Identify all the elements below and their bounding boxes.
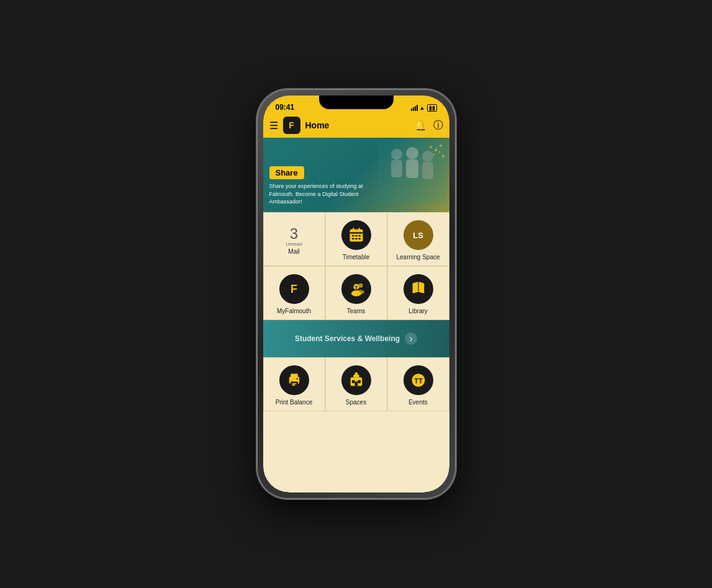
mail-unread-label: Unread (286, 241, 302, 247)
phone-device: 09:41 ▲ ▮▮ ☰ F Home (257, 89, 456, 499)
share-badge: Share (269, 166, 304, 179)
svg-rect-37 (352, 380, 355, 383)
grid-item-mail[interactable]: 3 Unread Mail (263, 212, 325, 266)
phone-notch (319, 96, 394, 109)
grid-row-2: F MyFalmouth T Teams (263, 266, 449, 320)
grid-item-myfalmouth[interactable]: F MyFalmouth (263, 266, 325, 320)
svg-text:T: T (354, 285, 358, 291)
svg-point-9 (439, 145, 442, 147)
svg-point-10 (433, 154, 435, 156)
svg-point-11 (438, 151, 440, 153)
info-icon[interactable]: ⓘ (433, 119, 443, 132)
myfalmouth-icon-wrap: F (279, 274, 309, 304)
learning-space-icon-wrap: LS (403, 220, 433, 250)
teams-icon-wrap: T (341, 274, 371, 304)
events-label: Events (408, 399, 428, 406)
svg-rect-20 (352, 238, 354, 239)
svg-rect-15 (353, 228, 354, 231)
menu-icon[interactable]: ☰ (269, 120, 278, 131)
svg-point-5 (391, 149, 402, 160)
events-icon: TT (410, 372, 427, 389)
mail-unread-count: 3 (290, 226, 298, 241)
library-label: Library (408, 308, 428, 314)
promo-banner[interactable]: Share Share your experiences of studying… (263, 138, 449, 212)
services-bg (263, 320, 449, 357)
app-title: Home (305, 120, 410, 130)
phone-screen: 09:41 ▲ ▮▮ ☰ F Home (263, 96, 449, 492)
svg-point-12 (442, 155, 444, 158)
wifi-icon: ▲ (420, 105, 425, 111)
myfalmouth-icon: F (291, 283, 297, 296)
library-icon-wrap (403, 274, 433, 304)
svg-rect-17 (352, 235, 354, 236)
grid-item-timetable[interactable]: Timetable (325, 212, 387, 266)
svg-rect-2 (406, 159, 418, 178)
svg-point-7 (430, 146, 432, 148)
svg-rect-14 (349, 232, 363, 233)
timetable-icon-wrap (341, 220, 371, 250)
svg-point-25 (358, 283, 363, 288)
signal-icon (411, 105, 418, 111)
print-balance-label: Print Balance (276, 399, 312, 406)
svg-point-33 (296, 378, 297, 380)
status-time: 09:41 (276, 103, 295, 112)
grid-item-spaces[interactable]: Spaces (325, 357, 387, 411)
svg-text:TT: TT (413, 376, 422, 385)
svg-rect-29 (291, 374, 298, 378)
status-icons: ▲ ▮▮ (411, 104, 437, 112)
events-icon-wrap: TT (403, 365, 433, 395)
grid-item-events[interactable]: TT Events (387, 357, 449, 411)
services-banner[interactable]: Student Services & Wellbeing › (263, 320, 449, 357)
svg-rect-6 (391, 160, 402, 177)
banner-description: Share your experiences of studying at Fa… (269, 182, 369, 206)
mail-label: Mail (288, 248, 299, 255)
spaces-icon (348, 372, 365, 389)
timetable-icon (348, 226, 365, 244)
app-logo[interactable]: F (283, 117, 300, 134)
print-balance-icon-wrap (279, 365, 309, 395)
svg-rect-32 (292, 385, 295, 386)
learning-space-label: Learning Space (396, 254, 439, 261)
svg-rect-4 (422, 162, 433, 179)
grid-item-print-balance[interactable]: Print Balance (263, 357, 325, 411)
print-icon (286, 372, 303, 389)
svg-point-3 (422, 151, 433, 162)
svg-rect-31 (292, 383, 296, 385)
svg-point-1 (406, 147, 418, 159)
banner-content: Share Share your experiences of studying… (269, 166, 369, 206)
ls-icon: LS (413, 231, 423, 240)
svg-rect-19 (358, 235, 361, 236)
svg-rect-21 (355, 238, 358, 239)
svg-rect-38 (358, 380, 361, 383)
spaces-icon-wrap (341, 365, 371, 395)
library-icon (410, 280, 427, 298)
svg-rect-18 (355, 235, 358, 236)
battery-icon: ▮▮ (427, 104, 437, 112)
notification-icon[interactable]: 🔔 (415, 120, 427, 131)
teams-label: Teams (347, 308, 365, 314)
grid-row-3: Print Balance Spaces (263, 357, 449, 411)
timetable-label: Timetable (343, 254, 370, 261)
teams-icon: T (348, 280, 365, 298)
banner-image (378, 141, 446, 203)
grid-item-library[interactable]: Library (387, 266, 449, 320)
app-screen: 09:41 ▲ ▮▮ ☰ F Home (263, 96, 449, 492)
svg-rect-22 (358, 238, 361, 239)
grid-item-teams[interactable]: T Teams (325, 266, 387, 320)
app-bar-actions: 🔔 ⓘ (415, 119, 443, 132)
grid-row-1: 3 Unread Mail (263, 212, 449, 266)
svg-point-27 (357, 290, 364, 294)
svg-rect-16 (358, 228, 359, 231)
app-bar: ☰ F Home 🔔 ⓘ (263, 113, 449, 138)
grid-item-learning-space[interactable]: LS Learning Space (387, 212, 449, 266)
myfalmouth-label: MyFalmouth (277, 308, 311, 314)
svg-point-8 (435, 149, 437, 151)
svg-rect-36 (354, 381, 358, 386)
svg-point-35 (354, 372, 358, 375)
spaces-label: Spaces (346, 399, 366, 406)
